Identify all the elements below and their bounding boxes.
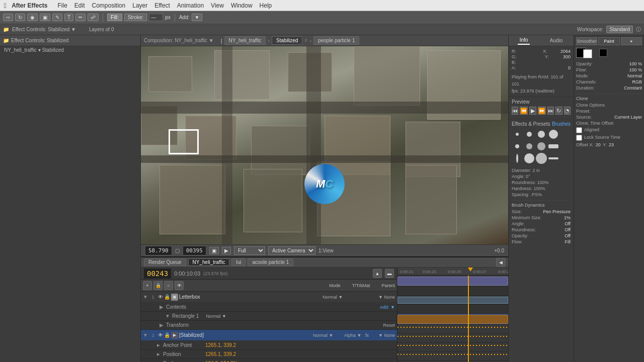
prop-scale[interactable]: ► Scale 104.0, 104.0% — [141, 359, 397, 362]
zoom-select[interactable]: Full Half Quarter — [234, 246, 265, 255]
layer-2-mode[interactable]: Normal ▼ — [313, 333, 343, 338]
layer-row-1[interactable]: ▼ 1 👁 🔒 ▣ Letterbox Normal ▼ ▼ None — [141, 292, 397, 303]
fill-button[interactable]: Fill: — [107, 14, 122, 21]
brush-tool[interactable]: ✏ — [75, 14, 86, 21]
layer-1-mode[interactable]: Normal ▼ — [323, 295, 353, 300]
tl-lock[interactable]: 🔒 — [153, 281, 163, 290]
opacity-sub-val[interactable]: 100 % — [629, 61, 642, 66]
menu-edit[interactable]: Edit — [71, 1, 88, 10]
brush-6[interactable] — [526, 143, 532, 149]
brush-11[interactable] — [536, 153, 547, 164]
rpanel-info-tab[interactable]: Info — [518, 36, 530, 45]
anchor-val[interactable]: 1265.1, 339.2 — [205, 342, 236, 348]
rsub-smoother-tab[interactable]: Smoother — [576, 37, 597, 45]
rpanel-audio-tab[interactable]: Audio — [548, 37, 565, 44]
tl-tab-render[interactable]: Render Queue — [144, 258, 186, 266]
brush-2[interactable] — [527, 132, 532, 137]
layer-1-contents[interactable]: ▶ Contents Add: ▼ — [141, 303, 397, 312]
layer-row-2[interactable]: ▼ 2 👁 🔒 ▶ [Stabilized] Normal ▼ Alpha ▼ … — [141, 330, 397, 341]
camera-tool[interactable]: ◉ — [27, 14, 38, 21]
workspace-select[interactable]: Standard — [606, 26, 633, 33]
loop-btn[interactable]: ↻ — [555, 107, 562, 115]
comp-tab-1[interactable]: NY_heli_traffic — [224, 36, 266, 45]
menu-animation[interactable]: Animation — [174, 1, 207, 10]
play-btn[interactable]: ▶ — [529, 107, 536, 115]
layer-2-partner[interactable]: ▼ None — [370, 333, 395, 338]
menu-help[interactable]: Help — [257, 1, 275, 10]
step-fwd-btn[interactable]: ⏩ — [538, 107, 546, 115]
aligned-check[interactable] — [576, 127, 582, 133]
rect-mode[interactable]: Normal ▼ — [206, 314, 226, 319]
comp-tab-stabilized[interactable]: Stabilized — [272, 36, 302, 45]
flow-sub-val[interactable]: 100 % — [629, 67, 642, 72]
layer-2-expand[interactable]: ▼ — [143, 332, 148, 338]
clone-tool[interactable]: ☍ — [88, 14, 99, 21]
prop-anchor[interactable]: ► Anchor Point 1265.1, 339.2 — [141, 341, 397, 350]
tl-solo[interactable]: ○ — [164, 281, 173, 290]
tl-visible[interactable]: 👁 — [175, 281, 184, 290]
menu-composition[interactable]: Composition — [89, 1, 129, 10]
layer-1-eye[interactable]: 👁 — [158, 294, 163, 300]
tl-tool-1[interactable]: ▲ — [373, 269, 382, 278]
layer-2-alpha[interactable]: Alpha ▼ — [344, 333, 364, 338]
offset-y-val[interactable]: 23 — [609, 142, 614, 147]
stroke-width-input[interactable] — [149, 14, 163, 21]
offset-x-val[interactable]: 20 — [596, 142, 601, 147]
rsub-dot-tab[interactable]: ● — [621, 37, 642, 45]
layer-1-lock[interactable]: 🔒 — [164, 294, 170, 300]
tl-tab-people[interactable]: acoole particle 1 — [248, 258, 293, 266]
pen-tool[interactable]: ✎ — [52, 14, 62, 21]
tl-tool-2[interactable]: ▬ — [385, 269, 394, 278]
preview-audio[interactable]: ▶ — [222, 247, 231, 254]
bg-color-swatch[interactable] — [583, 49, 592, 58]
transform-reset[interactable]: Reset — [383, 323, 395, 328]
brush-8[interactable] — [548, 144, 558, 148]
layer-1-partner[interactable]: ▼ None — [370, 295, 395, 300]
stroke-button[interactable]: Stroke: — [124, 14, 147, 21]
layer-2-lock[interactable]: 🔒 — [164, 332, 170, 338]
channels-sub-val[interactable]: RGB — [632, 79, 642, 84]
menu-effect[interactable]: Effect — [151, 1, 173, 10]
view-select[interactable]: Active Camera — [268, 246, 315, 255]
contents-expand[interactable]: ▶ — [159, 304, 164, 310]
brush-9[interactable] — [516, 154, 518, 163]
shape-tool[interactable]: ▣ — [40, 14, 50, 21]
clone-source-val[interactable]: Current Layer — [614, 115, 642, 120]
brush-7[interactable] — [537, 142, 545, 150]
tl-tab-lui[interactable]: lui — [231, 258, 246, 266]
menu-file[interactable]: File — [54, 1, 70, 10]
tl-tab-ny[interactable]: NY_heli_traffic — [188, 258, 230, 266]
brush-3[interactable] — [538, 131, 545, 138]
close-icon-1[interactable]: ☓ — [304, 37, 307, 44]
ram-preview-btn[interactable]: ◔ — [564, 107, 571, 115]
go-end-btn[interactable]: ⏭ — [547, 107, 554, 115]
go-start-btn[interactable]: ⏮ — [512, 107, 518, 115]
comp-tab-people[interactable]: people particle 1 — [313, 36, 359, 45]
rect-expand[interactable]: ▼ — [165, 313, 170, 319]
text-tool[interactable]: T — [64, 14, 73, 21]
mode-sub-val[interactable]: Normal — [627, 73, 642, 78]
effect-controls-tab[interactable]: Effect Controls: Stabilized ▼ — [12, 27, 76, 32]
lock-source-check[interactable] — [576, 135, 582, 141]
brush-10[interactable] — [524, 153, 534, 163]
add-shape-button[interactable]: ▼ — [192, 14, 203, 21]
menu-window[interactable]: Window — [228, 1, 256, 10]
layer-1-rect[interactable]: ▼ Rectangle 1 Normal ▼ — [141, 312, 397, 321]
transform-expand[interactable]: ▶ — [159, 322, 164, 328]
menu-view[interactable]: View — [208, 1, 227, 10]
preview-snap[interactable]: ▣ — [209, 247, 219, 254]
layer-2-fx[interactable]: fx — [365, 333, 369, 338]
prop-position[interactable]: ► Position 1265.1, 339.2 — [141, 350, 397, 359]
effect-controls-label[interactable]: Effect Controls: Stabilized — [11, 38, 68, 43]
select-tool[interactable]: ⇨ — [3, 14, 13, 21]
brush-12[interactable] — [548, 157, 558, 159]
rsub-paint-tab[interactable]: Paint — [598, 37, 619, 45]
tl-expand-btn[interactable]: ◀ — [496, 258, 505, 267]
layer-1-expand[interactable]: ▼ — [143, 294, 148, 300]
menu-layer[interactable]: Layer — [129, 1, 150, 10]
add-contents-btn[interactable]: Add: ▼ — [380, 305, 395, 310]
position-val[interactable]: 1265.1, 339.2 — [205, 351, 236, 357]
layer-2-eye[interactable]: 👁 — [158, 332, 163, 338]
brush-1[interactable] — [516, 133, 519, 136]
brush-4[interactable] — [549, 130, 558, 139]
